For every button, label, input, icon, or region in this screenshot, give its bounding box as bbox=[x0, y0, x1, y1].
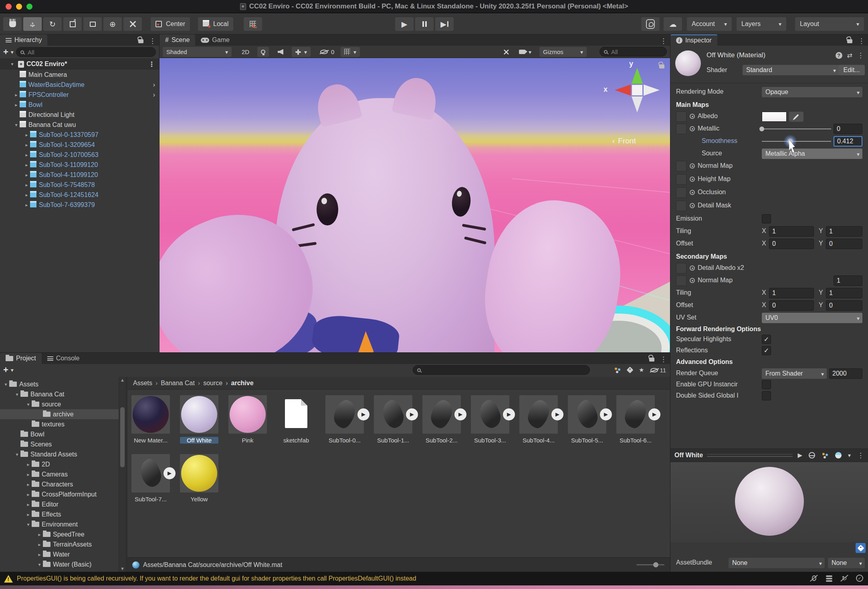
hierarchy-item[interactable]: SubTool-4-11099120 › bbox=[0, 170, 159, 180]
tiling-y-field[interactable]: 1 bbox=[826, 226, 862, 237]
hierarchy-item[interactable]: SubTool-1-3209654 › bbox=[0, 140, 159, 150]
expand-arrow[interactable] bbox=[13, 92, 20, 98]
expand-arrow[interactable] bbox=[23, 182, 30, 188]
folder-tree-item[interactable]: textures bbox=[0, 419, 119, 429]
chevron-down-icon[interactable] bbox=[11, 48, 14, 56]
smoothness-slider[interactable] bbox=[762, 141, 831, 142]
smoothness-value-field[interactable]: 0.412 bbox=[834, 136, 862, 147]
lock-icon[interactable] bbox=[847, 39, 852, 43]
texture-picker-icon[interactable] bbox=[690, 126, 695, 131]
label-filter-icon[interactable] bbox=[626, 367, 633, 374]
expand-arrow[interactable] bbox=[23, 192, 30, 198]
asset-tile[interactable]: ▶ SubTool-7... bbox=[131, 454, 170, 503]
tab-console[interactable]: Console bbox=[42, 353, 85, 364]
gizmo-axis[interactable] bbox=[644, 84, 660, 96]
kebab-menu-icon[interactable] bbox=[857, 451, 864, 460]
preview-lighting-icon[interactable] bbox=[835, 452, 842, 458]
tab-game[interactable]: Game bbox=[195, 34, 235, 46]
gizmo-y-axis[interactable] bbox=[632, 68, 643, 84]
cache-server-icon[interactable] bbox=[825, 574, 834, 583]
scene-audio-button[interactable] bbox=[274, 47, 287, 57]
texture-picker-icon[interactable] bbox=[690, 278, 695, 283]
asset-tile[interactable]: ▶ SubTool-0... bbox=[325, 395, 364, 444]
render-queue-value-field[interactable]: 2000 bbox=[829, 368, 862, 379]
secondary-tiling-y-field[interactable]: 1 bbox=[826, 288, 862, 298]
render-queue-dropdown[interactable]: From Shader bbox=[762, 368, 827, 379]
expand-arrow[interactable] bbox=[36, 532, 43, 537]
chevron-right-icon[interactable]: › bbox=[153, 81, 155, 88]
lock-icon[interactable] bbox=[138, 39, 143, 43]
preview-header[interactable]: Off White ▶ bbox=[670, 448, 868, 462]
texture-slot[interactable] bbox=[676, 187, 686, 198]
folder-tree-item[interactable]: archive bbox=[0, 409, 119, 419]
cloud-services-button[interactable]: ☁ bbox=[664, 17, 682, 31]
asset-tile[interactable]: ▶ SubTool-2... bbox=[422, 395, 461, 444]
kebab-menu-icon[interactable] bbox=[660, 355, 667, 364]
tree-scrollbar[interactable]: ▲ ▼ bbox=[119, 377, 126, 572]
folder-tree-item[interactable]: CrossPlatformInput bbox=[0, 489, 119, 499]
2d-toggle-button[interactable]: 2D bbox=[238, 47, 253, 57]
expand-arrow[interactable] bbox=[23, 132, 30, 138]
hierarchy-item[interactable]: Bowl › bbox=[0, 100, 159, 110]
texture-picker-icon[interactable] bbox=[690, 114, 695, 119]
zoom-window-button[interactable] bbox=[26, 4, 32, 10]
assetbundle-dropdown[interactable]: None bbox=[729, 558, 825, 568]
uv-set-dropdown[interactable]: UV0 bbox=[762, 313, 862, 323]
hierarchy-search[interactable] bbox=[16, 47, 156, 57]
slider-handle[interactable] bbox=[653, 562, 658, 567]
project-search-input[interactable] bbox=[424, 366, 585, 374]
project-search[interactable] bbox=[413, 365, 590, 375]
code-compile-status-icon[interactable]: ✓ bbox=[855, 574, 864, 583]
eyedropper-button[interactable] bbox=[789, 112, 803, 122]
expand-arrow[interactable] bbox=[36, 562, 43, 567]
close-window-button[interactable] bbox=[6, 4, 12, 10]
gizmo-center-cube[interactable] bbox=[632, 85, 642, 95]
create-asset-button[interactable]: + bbox=[3, 366, 8, 374]
expand-arrow[interactable] bbox=[2, 382, 9, 387]
texture-picker-icon[interactable] bbox=[690, 265, 695, 271]
double-sided-gi-checkbox[interactable] bbox=[762, 391, 771, 400]
expand-arrow[interactable] bbox=[25, 492, 32, 497]
version-control-button[interactable] bbox=[641, 17, 660, 31]
rect-tool-button[interactable] bbox=[83, 17, 102, 31]
texture-slot[interactable] bbox=[676, 275, 686, 286]
asset-store-icon[interactable] bbox=[614, 367, 621, 373]
scene-camera-dropdown[interactable] bbox=[515, 47, 535, 57]
play-badge-icon[interactable]: ▶ bbox=[164, 467, 176, 479]
transform-tool-button[interactable]: ⊕ bbox=[103, 17, 122, 31]
chevron-down-icon[interactable] bbox=[848, 452, 851, 459]
material-preview[interactable] bbox=[670, 462, 868, 542]
hierarchy-item[interactable]: SubTool-0-13370597 › bbox=[0, 130, 159, 140]
rotate-tool-button[interactable]: ↻ bbox=[43, 17, 62, 31]
assetbundle-variant-dropdown[interactable]: None bbox=[828, 558, 865, 568]
folder-tree-item[interactable]: Effects bbox=[0, 509, 119, 519]
hidden-count[interactable]: 11 bbox=[650, 367, 666, 374]
texture-picker-icon[interactable] bbox=[690, 203, 695, 208]
hierarchy-item[interactable]: SubTool-7-6399379 › bbox=[0, 200, 159, 210]
secondary-normal-value-field[interactable]: 1 bbox=[834, 275, 862, 286]
step-button[interactable]: ▶ bbox=[435, 17, 454, 31]
slider-handle[interactable] bbox=[759, 127, 764, 131]
hand-tool-button[interactable] bbox=[3, 17, 22, 31]
expand-arrow[interactable] bbox=[25, 512, 32, 517]
asset-tile[interactable]: ▶ sketchfab bbox=[277, 395, 315, 444]
expand-arrow[interactable] bbox=[23, 142, 30, 148]
hierarchy-item[interactable]: Directional Light › bbox=[0, 110, 159, 120]
asset-tile[interactable]: ▶ New Mater... bbox=[131, 395, 170, 444]
expand-arrow[interactable] bbox=[23, 152, 30, 158]
grid-visibility-dropdown[interactable] bbox=[341, 47, 360, 57]
folder-tree-item[interactable]: Scenes bbox=[0, 439, 119, 449]
secondary-offset-y-field[interactable]: 0 bbox=[826, 300, 862, 311]
secondary-offset-x-field[interactable]: 0 bbox=[769, 300, 814, 311]
preview-mesh-icon[interactable] bbox=[809, 452, 815, 458]
folder-tree-item[interactable]: Water (Basic) bbox=[0, 559, 119, 569]
play-badge-icon[interactable]: ▶ bbox=[357, 408, 369, 420]
kebab-menu-icon[interactable] bbox=[858, 37, 865, 45]
edit-shader-button[interactable]: Edit... bbox=[838, 65, 865, 75]
scene-viewport[interactable]: y x ‹ Front bbox=[159, 58, 670, 352]
hierarchy-item[interactable]: SubTool-2-10700563 › bbox=[0, 150, 159, 160]
chevron-down-icon[interactable] bbox=[11, 366, 14, 374]
texture-picker-icon[interactable] bbox=[690, 190, 695, 195]
offset-x-field[interactable]: 0 bbox=[769, 239, 814, 249]
asset-tile[interactable]: ▶ SubTool-5... bbox=[568, 395, 606, 444]
